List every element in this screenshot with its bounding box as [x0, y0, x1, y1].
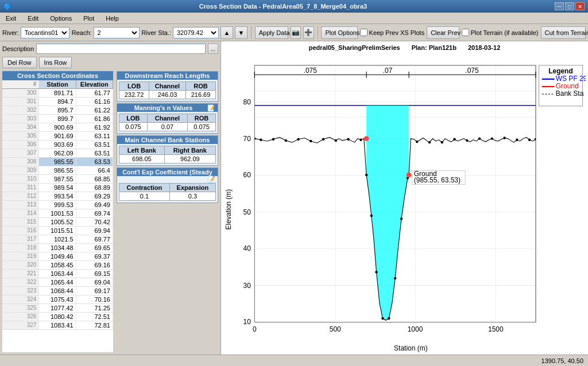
bank-stations-content: Left Bank Right Bank 698.05 962.09	[117, 144, 218, 165]
mn-val2[interactable]: 0.07	[147, 123, 187, 131]
cell-station: 891.71	[39, 89, 76, 97]
bs-left-val[interactable]: 698.05	[119, 155, 165, 163]
table-row[interactable]: 305 901.69 63.11	[2, 132, 113, 141]
row-num: 313	[2, 201, 39, 209]
table-row[interactable]: 304 900.69 61.92	[2, 123, 113, 132]
table-row[interactable]: 302 895.7 61.22	[2, 106, 113, 115]
table-row[interactable]: 318 1034.48 69.65	[2, 244, 113, 252]
keep-prev-checkbox-label[interactable]: Keep Prev XS Plots	[360, 29, 425, 36]
table-row[interactable]: 307 962.09 63.51	[2, 149, 113, 158]
menu-help[interactable]: Help	[102, 14, 122, 23]
menu-exit[interactable]: Exit	[2, 14, 20, 23]
table-row[interactable]: 325 1077.42 71.25	[2, 304, 113, 313]
table-toolbar: Del Row Ins Row	[2, 57, 218, 68]
prev-sta-btn[interactable]: ▲	[220, 26, 233, 39]
river-sta-group: River Sta.: 32079.42 ▲ ▼	[142, 26, 247, 39]
river-select[interactable]: Tocantins01	[21, 27, 69, 38]
table-row[interactable]: 322 1065.44 69.04	[2, 278, 113, 287]
dr-val3[interactable]: 216.69	[185, 91, 215, 99]
svg-text:80: 80	[243, 98, 252, 106]
mannings-edit-btn[interactable]: 📝	[207, 104, 215, 112]
xs-table-body[interactable]: 300 891.71 61.77 301 894.7 61.16 302 895…	[2, 89, 113, 352]
table-row[interactable]: 320 1058.45 69.16	[2, 261, 113, 270]
plot-options-btn[interactable]: Plot Options	[321, 26, 357, 39]
river-sta-select[interactable]: 32079.42	[173, 27, 219, 38]
table-row[interactable]: 327 1083.41 72.81	[2, 321, 113, 330]
menu-plot[interactable]: Plot	[80, 14, 98, 23]
table-row[interactable]: 323 1068.44 69.17	[2, 287, 113, 295]
app-icon: 🔷	[3, 3, 11, 10]
row-num: 302	[2, 106, 39, 114]
table-row[interactable]: 312 993.54 69.29	[2, 192, 113, 201]
svg-text:Station (m): Station (m)	[394, 344, 428, 352]
cut-from-terrain-btn[interactable]: Cut from Terrain	[541, 26, 586, 39]
table-row[interactable]: 324 1075.43 70.16	[2, 295, 113, 304]
mn-val3[interactable]: 0.075	[188, 123, 216, 131]
table-row[interactable]: 300 891.71 61.77	[2, 89, 113, 98]
cell-elevation: 69.49	[76, 201, 113, 209]
table-row[interactable]: 303 899.7 61.86	[2, 115, 113, 123]
table-row[interactable]: 313 999.53 69.49	[2, 201, 113, 209]
svg-text:Legend: Legend	[548, 67, 573, 75]
table-row[interactable]: 301 894.7 61.16	[2, 98, 113, 106]
minimize-btn[interactable]: ─	[555, 2, 564, 10]
next-sta-btn[interactable]: ▼	[235, 26, 247, 39]
table-row[interactable]: 319 1049.46 69.37	[2, 252, 113, 261]
svg-point-45	[381, 317, 384, 320]
bs-right-label: Right Bank	[164, 146, 215, 155]
table-row[interactable]: 316 1015.51 69.94	[2, 227, 113, 235]
plot-terrain-checkbox-label[interactable]: Plot Terrain (if available)	[462, 29, 539, 36]
menu-options[interactable]: Options	[47, 14, 75, 23]
table-row[interactable]: 314 1001.53 69.74	[2, 209, 113, 218]
table-row[interactable]: 309 986.55 66.4	[2, 166, 113, 175]
maximize-btn[interactable]: □	[565, 2, 574, 10]
table-row[interactable]: 315 1005.52 70.42	[2, 218, 113, 227]
contexp-content: Contraction Expansion 0.1 0.3	[117, 176, 218, 203]
contexp-edit-btn[interactable]: 📝	[207, 176, 215, 183]
svg-point-59	[516, 139, 518, 141]
clear-prev-btn[interactable]: Clear Prev	[427, 26, 459, 39]
title-bar-left: 🔷	[3, 3, 11, 10]
table-row[interactable]: 321 1063.44 69.15	[2, 270, 113, 278]
downstream-reach-panel: Downstream Reach Lengths LOB Channel ROB…	[117, 71, 218, 102]
table-row[interactable]: 308 985.55 63.53	[2, 158, 113, 166]
add-btn[interactable]: ➕	[303, 26, 314, 39]
cell-elevation: 63.53	[76, 158, 113, 166]
plot-terrain-checkbox[interactable]	[462, 29, 469, 36]
close-btn[interactable]: ✕	[575, 2, 585, 10]
mn-val1[interactable]: 0.075	[119, 123, 148, 131]
table-row[interactable]: 306 903.69 63.51	[2, 141, 113, 149]
cell-station: 1058.45	[39, 261, 76, 269]
table-row[interactable]: 326 1080.42 72.51	[2, 313, 113, 321]
keep-prev-checkbox[interactable]	[360, 29, 368, 36]
bs-right-val[interactable]: 962.09	[164, 155, 215, 163]
description-browse-btn[interactable]: ...	[208, 44, 218, 54]
table-row[interactable]: 310 987.55 68.85	[2, 175, 113, 184]
del-row-btn[interactable]: Del Row	[2, 57, 37, 68]
row-num: 305	[2, 132, 39, 140]
xs-col-elevation: Elevation	[76, 80, 113, 88]
svg-point-35	[285, 139, 287, 142]
chart-title: pedral05_SharingPrelimSeries Plan: Plan1…	[223, 44, 586, 52]
ins-row-btn[interactable]: Ins Row	[39, 57, 72, 68]
reach-select[interactable]: 2	[94, 27, 140, 38]
cell-elevation: 69.37	[76, 252, 113, 260]
table-row[interactable]: 317 1021.5 69.77	[2, 235, 113, 244]
cell-elevation: 69.15	[76, 270, 113, 278]
ce-val2[interactable]: 0.3	[169, 192, 215, 201]
table-row[interactable]: 311 989.54 68.89	[2, 184, 113, 192]
cell-elevation: 72.51	[76, 313, 113, 321]
dr-val1[interactable]: 232.72	[119, 91, 149, 99]
contexp-table: Contraction Expansion 0.1 0.3	[119, 183, 216, 201]
svg-point-39	[335, 139, 337, 142]
keep-prev-label: Keep Prev XS Plots	[369, 29, 425, 36]
description-input[interactable]	[36, 44, 206, 54]
svg-text:50: 50	[243, 208, 252, 216]
apply-data-btn[interactable]: Apply Data	[255, 26, 288, 39]
ce-val1[interactable]: 0.1	[119, 192, 170, 201]
cell-elevation: 61.86	[76, 115, 113, 123]
svg-point-55	[466, 139, 468, 142]
dr-val2[interactable]: 246.03	[149, 91, 186, 99]
menu-edit[interactable]: Edit	[24, 14, 42, 23]
camera-btn[interactable]: 📷	[291, 26, 301, 39]
